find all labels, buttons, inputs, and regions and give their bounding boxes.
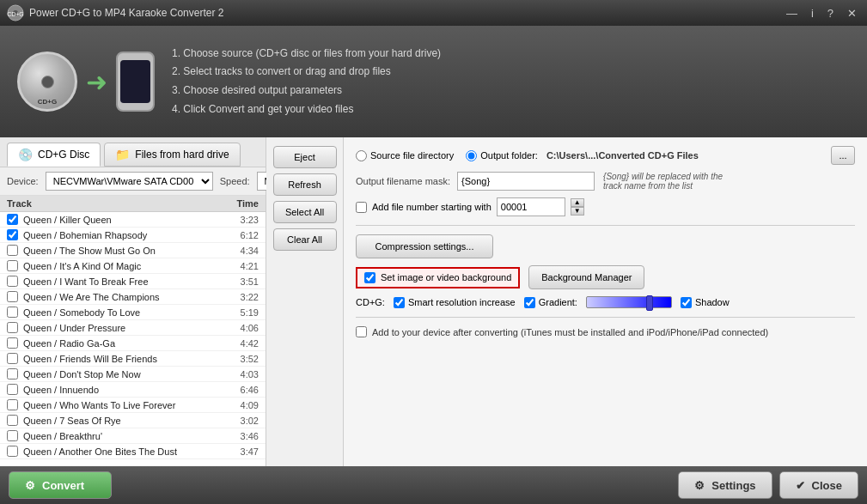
filenum-up-button[interactable]: ▲ [571,198,584,207]
source-tabs: 💿 CD+G Disc 📁 Files from hard drive [0,137,266,167]
set-background-checkbox[interactable] [364,272,375,283]
track-checkbox[interactable] [7,399,18,410]
track-time: 4:21 [224,261,259,271]
track-time: 4:34 [224,246,259,256]
track-checkbox[interactable] [7,337,18,349]
track-name: Queen / Who Wants To Live Forever [23,400,224,410]
filenum-checkbox[interactable] [356,202,367,213]
banner-steps: 1. Choose source (CD+G disc or files fro… [172,45,441,118]
gradient-label[interactable]: Gradient: [524,297,577,308]
clear-all-button[interactable]: Clear All [273,228,337,251]
background-row: Set image or video background Background… [356,265,855,289]
track-checkbox[interactable] [7,446,18,457]
track-checkbox[interactable] [7,430,18,441]
smart-res-label[interactable]: Smart resolution increase [394,297,516,308]
track-time: 3:23 [224,215,259,225]
help-button[interactable]: ? [824,7,837,20]
track-time: 5:19 [224,307,259,318]
shadow-label[interactable]: Shadow [681,297,730,308]
track-name: Queen / We Are The Champions [23,292,224,302]
filename-mask-label: Output filename mask: [356,176,450,186]
track-name: Queen / Breakthru' [23,431,224,441]
output-folder-radio-label[interactable]: Output folder: [466,150,538,161]
center-buttons: Eject Refresh Select All Clear All [266,137,344,466]
track-item: Queen / Another One Bites The Dust3:47 [0,444,266,459]
track-checkbox[interactable] [7,214,18,225]
track-item: Queen / Killer Queen3:23 [0,212,266,228]
tab-files[interactable]: 📁 Files from hard drive [104,143,240,167]
track-checkbox[interactable] [7,229,18,240]
track-time: 4:03 [224,369,259,380]
track-name: Queen / It's A Kind Of Magic [23,261,224,271]
settings-icon: ⚙ [694,479,705,492]
track-checkbox[interactable] [7,353,18,364]
banner-logo: CD+G ➜ [17,52,155,112]
gradient-thumb[interactable] [646,295,653,311]
source-dir-radio[interactable] [356,150,367,161]
compression-settings-button[interactable]: Compression settings... [356,234,493,258]
convert-button[interactable]: ⚙ Convert [9,471,112,499]
filenum-down-button[interactable]: ▼ [571,207,584,216]
track-checkbox[interactable] [7,276,18,287]
set-background-label[interactable]: Set image or video background [356,267,520,288]
device-label: Device: [7,176,39,186]
track-checkbox[interactable] [7,245,18,256]
device-select[interactable]: NECVMWar\VMware SATA CD00 [46,172,213,191]
disc-icon: 💿 [18,148,33,161]
close-window-button[interactable]: ✕ [844,7,860,20]
info-button[interactable]: i [808,7,817,20]
minimize-button[interactable]: — [783,7,801,20]
filename-mask-input[interactable] [457,172,595,191]
gradient-slider[interactable] [586,296,672,308]
track-item: Queen / Breakthru'3:46 [0,428,266,444]
track-item: Queen / It's A Kind Of Magic4:21 [0,258,266,274]
background-manager-button[interactable]: Background Manager [528,265,644,289]
source-dir-radio-label[interactable]: Source file directory [356,150,454,161]
filenum-input[interactable] [497,197,565,216]
cdg-options-row: CD+G: Smart resolution increase Gradient… [356,296,855,308]
close-button[interactable]: ✔ Close [779,471,858,499]
bottom-bar: ⚙ Convert ⚙ Settings ✔ Close [0,466,867,504]
filenum-row: Add file number starting with ▲ ▼ [356,197,855,216]
track-time: 6:12 [224,230,259,240]
track-checkbox[interactable] [7,260,18,271]
right-panel: Source file directory Output folder: C:\… [344,137,867,466]
browse-button[interactable]: ... [831,146,855,165]
refresh-button[interactable]: Refresh [273,173,337,196]
itunes-checkbox[interactable] [356,326,367,337]
track-name: Queen / 7 Seas Of Rye [23,416,224,426]
select-all-button[interactable]: Select All [273,201,337,223]
tab-cdg-disc[interactable]: 💿 CD+G Disc [7,143,101,167]
track-time: 4:06 [224,323,259,333]
itunes-label[interactable]: Add to your device after converting (iTu… [356,326,768,337]
track-checkbox[interactable] [7,368,18,380]
shadow-checkbox[interactable] [681,297,692,308]
track-checkbox[interactable] [7,291,18,302]
gradient-checkbox[interactable] [524,297,535,308]
track-checkbox[interactable] [7,307,18,318]
track-item: Queen / Friends Will Be Friends3:52 [0,351,266,367]
itunes-row: Add to your device after converting (iTu… [356,326,855,337]
smart-res-checkbox[interactable] [394,297,405,308]
track-time: 3:02 [224,416,259,426]
settings-button[interactable]: ⚙ Settings [678,471,772,499]
track-item: Queen / We Are The Champions3:22 [0,289,266,305]
phone-icon [116,52,155,112]
folder-icon: 📁 [115,148,130,161]
track-name: Queen / Friends Will Be Friends [23,354,224,364]
track-list-container: Track Time Queen / Killer Queen3:23Queen… [0,196,266,466]
track-checkbox[interactable] [7,322,18,333]
track-checkbox[interactable] [7,384,18,395]
radio-group: Source file directory Output folder: [356,150,538,161]
track-list: Queen / Killer Queen3:23Queen / Bohemian… [0,212,266,466]
eject-button[interactable]: Eject [273,146,337,168]
checkmark-icon: ✔ [796,479,805,492]
track-checkbox[interactable] [7,415,18,426]
track-name: Queen / Innuendo [23,385,224,395]
track-item: Queen / The Show Must Go On4:34 [0,243,266,258]
output-folder-radio[interactable] [466,150,477,161]
track-item: Queen / Who Wants To Live Forever4:09 [0,398,266,413]
track-name: Queen / Killer Queen [23,215,224,225]
track-time: 4:42 [224,338,259,349]
track-name: Queen / Don't Stop Me Now [23,369,224,380]
